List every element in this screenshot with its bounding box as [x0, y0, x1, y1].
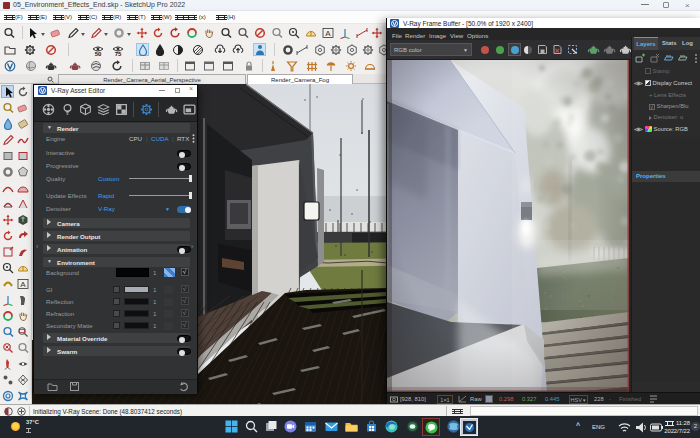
svg-text:A: A [325, 29, 331, 38]
svg-text:50: 50 [95, 51, 102, 56]
svg-text:A: A [20, 280, 26, 289]
svg-text:75: 75 [115, 51, 122, 56]
